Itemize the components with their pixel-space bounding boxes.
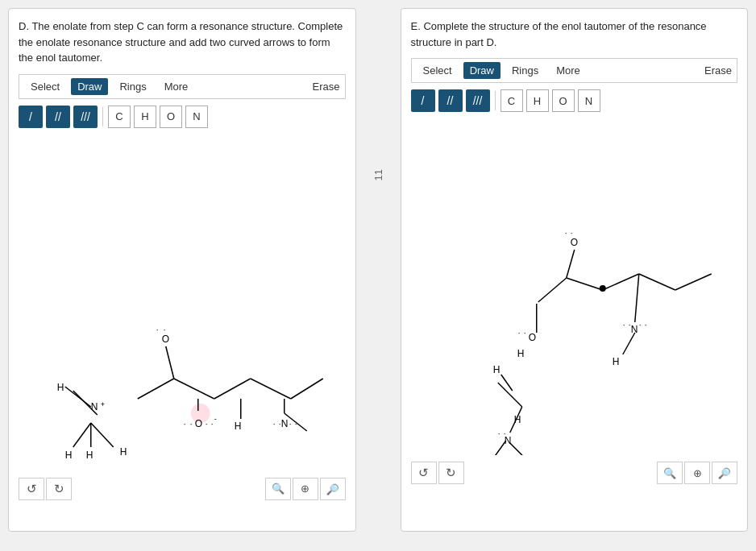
left-panel-text: D. The enolate from step C can form a re… (19, 19, 346, 66)
svg-text:N: N (281, 418, 289, 429)
svg-text:·: · (523, 329, 525, 338)
svg-text:·: · (503, 429, 505, 438)
right-zoom-group: 🔍 ⊕ 🔍 (657, 462, 737, 484)
svg-text:O: O (195, 418, 202, 429)
right-canvas[interactable]: O · · O · · H N · (411, 117, 738, 455)
right-redo-btn[interactable]: ↻ (438, 462, 464, 484)
svg-line-14 (251, 379, 291, 399)
svg-text:·: · (156, 325, 159, 334)
svg-text:H: H (235, 420, 242, 432)
left-zoom-out-btn[interactable]: 🔍 (320, 478, 346, 500)
right-atom-c-btn[interactable]: C (501, 89, 523, 112)
left-draw-tools: / // /// C H O N (19, 106, 346, 128)
svg-text:·: · (564, 229, 567, 238)
svg-line-58 (622, 333, 634, 354)
svg-text:·: · (497, 429, 500, 438)
left-select-btn[interactable]: Select (24, 78, 66, 95)
right-atom-h-btn[interactable]: H (526, 89, 549, 112)
svg-text:·: · (164, 325, 166, 334)
svg-text:·: · (570, 229, 572, 238)
right-bottom-controls: ↺ ↻ 🔍 ⊕ 🔍 (411, 462, 738, 484)
svg-line-7 (91, 423, 114, 447)
svg-text:·: · (638, 321, 641, 329)
svg-text:·: · (622, 321, 625, 329)
svg-text:·: · (206, 420, 208, 429)
right-rings-btn[interactable]: Rings (505, 62, 545, 79)
step-divider: 11 (372, 8, 384, 180)
right-atom-n-btn[interactable]: N (578, 89, 600, 112)
svg-text:·: · (289, 420, 292, 429)
svg-text:·: · (517, 329, 520, 338)
right-toolbar: Select Draw Rings More Erase (411, 58, 738, 83)
svg-text:·: · (279, 420, 281, 429)
svg-text:·: · (190, 420, 193, 429)
left-triple-bond-btn[interactable]: /// (73, 106, 98, 128)
svg-line-10 (65, 387, 91, 407)
right-double-bond-btn[interactable]: // (438, 89, 463, 112)
right-zoom-in-btn[interactable]: 🔍 (657, 462, 683, 484)
svg-text:O: O (528, 332, 535, 343)
svg-line-46 (675, 274, 711, 290)
left-double-bond-btn[interactable]: // (46, 106, 70, 128)
right-draw-tools: / // /// C H O N (411, 89, 738, 112)
left-zoom-in-btn[interactable]: 🔍 (265, 478, 291, 500)
left-atom-h-btn[interactable]: H (134, 106, 156, 128)
left-rings-btn[interactable]: Rings (113, 78, 152, 95)
svg-line-12 (174, 379, 214, 399)
left-single-bond-btn[interactable]: / (19, 106, 43, 128)
svg-text:N: N (91, 401, 98, 412)
svg-line-57 (634, 274, 638, 322)
left-undo-redo-group: ↺ ↻ (19, 478, 72, 500)
svg-text:·: · (184, 420, 186, 429)
right-atom-o-btn[interactable]: O (552, 89, 575, 112)
svg-text:·: · (273, 420, 276, 429)
left-erase-btn[interactable]: Erase (313, 81, 340, 93)
left-atom-n-btn[interactable]: N (185, 106, 208, 128)
svg-text:H: H (612, 356, 619, 367)
svg-text:H: H (57, 382, 64, 393)
svg-line-41 (538, 278, 566, 302)
right-undo-redo-group: ↺ ↻ (411, 462, 464, 484)
svg-text:O: O (162, 334, 169, 345)
left-zoom-fit-btn[interactable]: ⊕ (293, 478, 318, 500)
svg-line-5 (73, 423, 91, 447)
left-tool-separator (102, 107, 103, 126)
left-panel: D. The enolate from step C can form a re… (8, 8, 356, 532)
left-canvas[interactable]: N + H H H H O · · (19, 133, 346, 471)
right-panel-text: E. Complete the structure of the enol ta… (411, 19, 738, 50)
right-tool-separator (495, 91, 496, 110)
svg-line-67 (509, 443, 530, 455)
step-label: 11 (372, 169, 384, 180)
svg-text:H: H (65, 450, 73, 461)
right-zoom-out-btn[interactable]: 🔍 (712, 462, 737, 484)
left-undo-btn[interactable]: ↺ (19, 478, 44, 500)
left-toolbar: Select Draw Rings More Erase (19, 74, 346, 99)
right-select-btn[interactable]: Select (417, 62, 459, 79)
right-zoom-fit-btn[interactable]: ⊕ (684, 462, 710, 484)
left-more-btn[interactable]: More (158, 78, 195, 95)
svg-text:·: · (628, 321, 630, 329)
svg-line-45 (638, 274, 675, 290)
svg-text:O: O (570, 237, 577, 248)
right-triple-bond-btn[interactable]: /// (466, 89, 490, 112)
svg-line-16 (166, 346, 174, 379)
svg-line-13 (214, 379, 251, 399)
right-more-btn[interactable]: More (550, 62, 587, 79)
right-draw-btn[interactable]: Draw (463, 62, 501, 79)
svg-text:·: · (644, 321, 646, 329)
right-undo-btn[interactable]: ↺ (411, 462, 437, 484)
svg-line-66 (489, 441, 505, 455)
left-zoom-group: 🔍 ⊕ 🔍 (265, 478, 346, 500)
left-atom-c-btn[interactable]: C (108, 106, 131, 128)
right-single-bond-btn[interactable]: / (411, 89, 435, 112)
left-redo-btn[interactable]: ↻ (46, 478, 72, 500)
svg-text:-: - (214, 415, 217, 423)
svg-text:+: + (101, 400, 105, 408)
right-erase-btn[interactable]: Erase (704, 64, 732, 77)
svg-line-44 (602, 274, 638, 290)
svg-line-37 (566, 250, 574, 278)
left-draw-btn[interactable]: Draw (71, 78, 108, 95)
left-atom-o-btn[interactable]: O (160, 106, 182, 128)
svg-text:·: · (211, 420, 214, 429)
svg-line-42 (566, 278, 602, 290)
